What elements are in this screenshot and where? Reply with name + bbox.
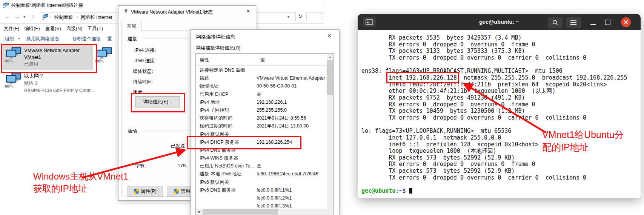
value-cell: fe80::1966:24ee:ebdf:7f76%6: [257, 170, 318, 178]
details-list-label: 网络连接详细信息(D):: [196, 45, 242, 51]
connection-section-label: 连接: [128, 36, 137, 42]
forward-icon[interactable]: →: [14, 13, 20, 20]
menu-file[interactable]: 文件(F): [4, 26, 19, 32]
history-chevron-icon[interactable]: ▾: [23, 15, 25, 19]
vertical-scrollbar[interactable]: ▲: [327, 54, 333, 215]
menu-edit[interactable]: 编辑(E): [24, 26, 40, 32]
refresh-icon[interactable]: ↻: [298, 13, 303, 19]
disable-device-button[interactable]: 禁用此网络设备: [26, 36, 60, 42]
table-row[interactable]: 租约过期的时间2021年9月24日 13:00:00: [196, 122, 327, 130]
terminal-line: [361, 181, 641, 188]
table-row[interactable]: IPv4 子网掩码255.255.255.0: [196, 106, 327, 114]
address-dropdown-icon[interactable]: ▾: [287, 15, 289, 19]
bytes-label: 字节:: [135, 163, 146, 169]
maximize-button[interactable]: [605, 20, 610, 25]
annotation-windows-host-line2: 获取的IP地址: [33, 183, 87, 195]
close-icon[interactable]: ×: [327, 33, 331, 38]
organize-chevron-icon[interactable]: ▾: [18, 37, 20, 40]
terminal-line: RX packets 5535 bytes 3429357 (3.4 MB): [361, 35, 641, 41]
minimize-button[interactable]: [590, 24, 596, 25]
terminal-line: TX packets 3133 bytes 375333 (375.3 KB): [361, 48, 641, 55]
property-cell: IPv4 地址: [196, 98, 257, 106]
table-row[interactable]: IPv6 默认网关: [196, 178, 327, 186]
tab-general[interactable]: 常规: [121, 21, 142, 31]
scrollbar-thumb[interactable]: [327, 60, 333, 95]
terminal-line-inet: inet 192.168.226.128 netmask 255.255.255…: [361, 75, 641, 81]
property-cell: IPv4 子网掩码: [196, 106, 257, 114]
terminal-output[interactable]: RX packets 5535 bytes 3429357 (3.4 MB) R…: [358, 30, 641, 198]
menu-tools[interactable]: 工具(T): [88, 26, 103, 32]
close-icon[interactable]: ×: [246, 9, 250, 14]
breadcrumb-separator: ›: [50, 15, 52, 19]
menu-button[interactable]: [566, 17, 581, 28]
scroll-up-icon[interactable]: ▲: [327, 54, 333, 59]
search-input[interactable]: [306, 12, 323, 22]
table-row[interactable]: fec0:0:0:ffff::2%1: [196, 194, 327, 202]
terminal-cursor: [409, 188, 412, 194]
column-header-property[interactable]: 属性: [200, 57, 209, 63]
table-row[interactable]: 连接特定的 DNS 后缀: [196, 66, 327, 74]
up-icon[interactable]: ↑: [32, 13, 35, 20]
rename-button-partial[interactable]: 重: [107, 36, 112, 42]
properties-button[interactable]: 属性(P): [128, 186, 163, 197]
dialog-title: VMware Network Adapter VMnet1 状态: [131, 9, 213, 15]
menu-advanced[interactable]: 高级(N): [66, 26, 82, 32]
ethernet2-adapter-icon[interactable]: [5, 72, 22, 89]
property-cell: 已启用 DHCP: [196, 91, 257, 98]
column-header-value[interactable]: 值: [260, 57, 265, 63]
search-button[interactable]: [548, 17, 563, 28]
terminal-titlebar[interactable]: gec@ubuntu: ~: [358, 14, 641, 30]
screenshot-root: 控制面板\网络和 Internet\网络连接 ← → ▾ ↑ › 控制面板 › …: [0, 0, 644, 215]
uac-shield-icon: [134, 189, 139, 194]
adapter-network: 网络 3: [24, 80, 94, 87]
breadcrumb-root[interactable]: 控制面板: [54, 14, 73, 21]
table-row[interactable]: IPv4 地址192.168.226.1: [196, 98, 327, 106]
terminal-line: RX packets 6752 bytes 491230 (491.2 KB): [361, 95, 641, 101]
window-icon: [3, 2, 9, 8]
header-underline: [196, 65, 327, 66]
table-row[interactable]: IPv6 DNS 服务器fec0:0:0:ffff::1%1: [196, 186, 327, 194]
terminal-prompt[interactable]: gec@ubuntu:~$: [361, 188, 641, 195]
highlight-box-details-button: [131, 93, 185, 112]
value-cell: fec0:0:0:ffff::2%1: [257, 194, 292, 202]
annotation-vmnet1-ubuntu-line2: 配的IP地址: [542, 141, 589, 154]
connection-details-dialog: 网络连接详细信息 × 网络连接详细信息(D): 属性 值 连接特定的 DNS 后…: [191, 29, 340, 215]
table-row[interactable]: 物理地址00-50-56-C0-00-01: [196, 82, 327, 90]
table-row[interactable]: 连接-本地 IPv6 地址fe80::1966:24ee:ebdf:7f76%6: [196, 170, 327, 178]
details-list[interactable]: 属性 值 连接特定的 DNS 后缀描述VMware Virtual Ethern…: [195, 53, 334, 215]
adapter-plug-icon: [124, 9, 128, 14]
property-cell: 租约过期的时间: [196, 122, 257, 130]
property-cell: 已启用 NetBIOS over Tc...: [196, 162, 257, 170]
value-cell: VMware Virtual Ethernet Adapter for: [257, 74, 327, 82]
breadcrumb-section[interactable]: 网络和 Internet: [81, 14, 112, 21]
highlight-box-dhcp-server-row: [187, 136, 301, 149]
horizontal-scrollbar[interactable]: ◀: [196, 209, 327, 215]
table-row[interactable]: IPv4 WINS 服务器: [196, 154, 327, 162]
annotation-vmnet1-ubuntu: VMnet1给Ubuntu分: [542, 129, 624, 141]
table-row[interactable]: 已启用 DHCP是: [196, 91, 327, 98]
diagnose-button[interactable]: 诊断这个连接: [72, 36, 101, 42]
partial-adapter-icon[interactable]: [95, 47, 112, 63]
table-row[interactable]: 获得租约的时间2021年9月24日 8:59:56: [196, 114, 327, 122]
menu-view[interactable]: 查看(V): [45, 26, 61, 32]
prompt-user: gec@ubuntu: [361, 187, 395, 194]
table-row[interactable]: 描述VMware Virtual Ethernet Adapter for: [196, 74, 327, 82]
value-cell: 是: [257, 91, 261, 98]
terminal-line: inet6 ::1 prefixlen 128 scopeid 0x10<hos…: [361, 141, 641, 148]
terminal-line: [361, 61, 641, 68]
scroll-left-icon[interactable]: ◀: [197, 210, 200, 213]
list-item[interactable]: 以太网 2 网络 3 Realtek PCIe GbE Family Contr…: [24, 72, 94, 93]
back-icon[interactable]: ←: [5, 13, 10, 20]
organize-button[interactable]: 组织: [5, 36, 14, 42]
window-title: 控制面板\网络和 Internet\网络连接: [11, 2, 83, 9]
close-button[interactable]: [621, 17, 631, 27]
terminal-line: TX errors 0 dropped 0 overruns 0 carrier…: [361, 55, 641, 61]
terminal-line: ens38: flags=4163<UP,BROADCAST,RUNNING,M…: [361, 68, 641, 75]
property-cell: IPv6 默认网关: [196, 178, 257, 186]
property-cell: 连接-本地 IPv6 地址: [196, 170, 257, 178]
value-cell: 2021年9月24日 13:00:00: [257, 122, 309, 130]
highlighted-inet-address: inet 192.168.226.128: [389, 74, 457, 81]
terminal-window: gec@ubuntu: ~ RX packets 5535 bytes 3: [358, 14, 641, 198]
scrollbar-thumb[interactable]: [203, 209, 278, 215]
table-row[interactable]: 已启用 NetBIOS over Tc...是: [196, 162, 327, 170]
